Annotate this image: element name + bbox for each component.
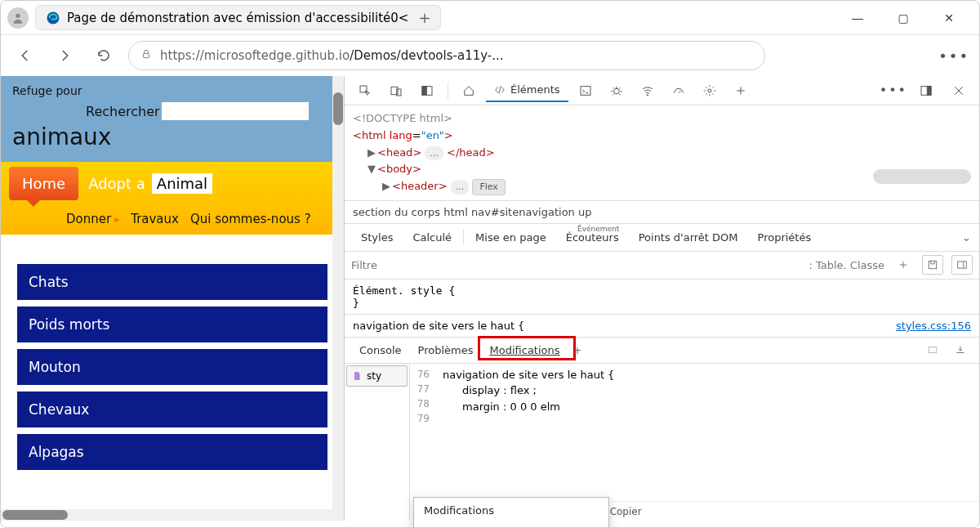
url-host: https://microsoftedge.github.io/Demos/de… — [160, 48, 504, 63]
drawer-problems-tab[interactable]: Problèmes — [412, 341, 480, 360]
edge-favicon-icon — [46, 11, 60, 25]
file-item[interactable]: sty — [346, 365, 408, 387]
tab-title: Page de démonstration avec émission d'ac… — [67, 11, 408, 25]
search-input[interactable] — [162, 102, 309, 120]
main-area: Refuge pour Rechercher animaux Home Adop… — [1, 76, 979, 521]
browser-tab[interactable]: Page de démonstration avec émission d'ac… — [35, 5, 441, 30]
maximize-button[interactable]: ▢ — [889, 7, 917, 29]
list-item[interactable]: Mouton — [17, 349, 327, 385]
page-hero: Refuge pour Rechercher animaux — [1, 76, 344, 162]
context-menu-header: Modifications — [414, 498, 608, 523]
rule-source-link[interactable]: styles.css:156 — [896, 320, 971, 332]
hero-pretitle: Refuge pour — [12, 84, 332, 97]
expand-icon — [927, 344, 938, 356]
dom-breadcrumb[interactable]: section du corps html nav#sitenavigation… — [345, 201, 979, 224]
list-item[interactable]: Chats — [17, 264, 327, 300]
new-rule-button[interactable] — [893, 255, 914, 275]
dock-icon — [920, 84, 933, 97]
panel-toggle-button[interactable] — [413, 79, 441, 102]
file-icon — [352, 370, 362, 382]
address-bar[interactable]: https://microsoftedge.github.io/Demos/de… — [128, 41, 765, 70]
browser-menu-button[interactable]: ••• — [938, 47, 969, 65]
dom-highlight — [873, 169, 971, 184]
gear-icon — [703, 84, 716, 97]
computed-toggle-button[interactable] — [922, 255, 943, 275]
filter-input[interactable]: Filtre — [351, 259, 377, 271]
list-item[interactable]: Alpagas — [17, 434, 327, 470]
drawer-changes-tab[interactable]: Modifications — [483, 341, 567, 360]
inspect-button[interactable] — [351, 79, 379, 102]
nav-travaux[interactable]: Travaux — [131, 212, 179, 226]
drawer-add-button[interactable]: + — [573, 344, 582, 356]
hero-search: Rechercher — [12, 102, 332, 120]
vertical-scrollbar[interactable] — [332, 76, 344, 521]
nav-animal[interactable]: Animal — [152, 173, 212, 194]
welcome-tab[interactable] — [455, 79, 483, 102]
element-style-block[interactable]: Élément. style { } — [345, 280, 979, 315]
back-button[interactable] — [11, 41, 40, 70]
new-tab-button[interactable]: + — [418, 9, 430, 26]
home-icon — [462, 84, 475, 97]
tab-event-label: Événement — [577, 225, 619, 233]
page-preview: Refuge pour Rechercher animaux Home Adop… — [1, 76, 344, 521]
chevron-down-icon[interactable]: ⌄ — [962, 231, 971, 244]
tab-properties[interactable]: Propriétés — [750, 228, 820, 247]
hero-title: animaux — [12, 123, 332, 150]
gauge-icon — [672, 84, 685, 97]
table-class-label[interactable]: : Table. Classe — [808, 259, 884, 271]
window-controls: ― ▢ ✕ — [844, 7, 973, 29]
nav-donner[interactable]: Donner ▸ — [66, 212, 119, 226]
search-label: Rechercher — [86, 104, 160, 119]
close-icon — [952, 84, 965, 97]
more-button[interactable]: ••• — [880, 83, 907, 98]
list-item[interactable]: Chevaux — [17, 392, 327, 427]
tab-dom-breakpoints[interactable]: Points d'arrêt DOM — [630, 228, 746, 247]
tab-layout[interactable]: Mise en page — [467, 228, 555, 247]
code-icon — [494, 84, 506, 96]
refresh-icon — [96, 48, 111, 63]
chevron-right-icon: ▸ — [114, 213, 119, 225]
profile-avatar[interactable] — [7, 7, 29, 29]
performance-tab[interactable] — [665, 79, 693, 102]
css-rule[interactable]: navigation de site vers le haut { styles… — [345, 315, 979, 338]
tab-styles[interactable]: Styles — [353, 228, 401, 247]
scroll-thumb[interactable] — [2, 510, 68, 520]
settings-button[interactable] — [696, 79, 724, 102]
arrow-left-icon — [18, 48, 33, 63]
network-tab[interactable] — [634, 79, 662, 102]
console-tab[interactable] — [572, 79, 599, 102]
inspect-icon — [359, 84, 372, 97]
nav-about[interactable]: Qui sommes-nous ? — [190, 212, 311, 226]
debug-tab[interactable] — [603, 79, 630, 102]
device-toggle-button[interactable] — [382, 79, 410, 102]
tab-computed[interactable]: Calculé — [404, 228, 460, 247]
list-item[interactable]: Poids morts — [17, 307, 327, 342]
dom-tree[interactable]: <!DOCTYPE html> <html lang="en"> ▶<head>… — [345, 105, 979, 201]
devtools-toolbar: Éléments ••• — [345, 76, 979, 105]
nav-home[interactable]: Home — [9, 167, 78, 200]
drawer-expand-button[interactable] — [922, 340, 943, 360]
close-button[interactable]: ✕ — [935, 7, 963, 29]
rendering-button[interactable] — [951, 255, 973, 275]
svg-point-10 — [647, 94, 648, 95]
svg-rect-16 — [929, 347, 936, 353]
minimize-button[interactable]: ― — [844, 7, 871, 29]
styles-subtabs: Styles Calculé Mise en page Événement Éc… — [345, 224, 979, 252]
drawer-tabs: Console Problèmes Modifications + — [345, 338, 979, 364]
panel-right-icon — [956, 259, 968, 271]
person-icon — [11, 11, 24, 25]
nav-adopt[interactable]: Adopt a — [88, 175, 145, 192]
close-devtools-button[interactable] — [945, 79, 973, 102]
horizontal-scrollbar[interactable] — [1, 509, 344, 521]
dock-button[interactable] — [912, 79, 940, 102]
drawer-console-tab[interactable]: Console — [353, 341, 408, 360]
elements-tab[interactable]: Éléments — [486, 78, 568, 102]
forward-button[interactable] — [50, 41, 79, 70]
drawer-download-button[interactable] — [950, 340, 971, 360]
context-menu-remove[interactable]: Supprimer de l'affichage rapide — [414, 523, 608, 528]
refresh-button[interactable] — [89, 41, 118, 70]
svg-rect-13 — [927, 86, 931, 95]
scroll-thumb[interactable] — [333, 92, 343, 125]
panel-icon — [421, 84, 434, 97]
add-tab-button[interactable] — [727, 79, 755, 102]
